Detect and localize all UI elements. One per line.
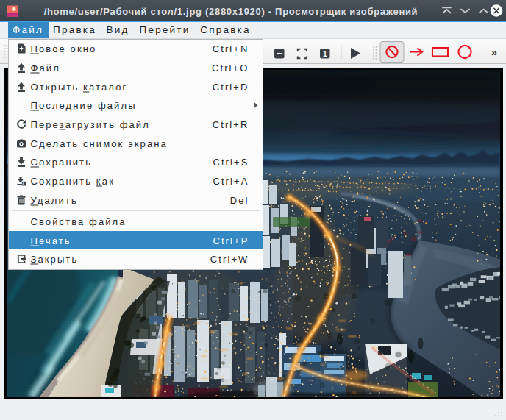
svg-text:1: 1 — [323, 50, 327, 58]
svg-text:»: » — [491, 46, 497, 58]
svg-text:a: a — [22, 182, 26, 186]
